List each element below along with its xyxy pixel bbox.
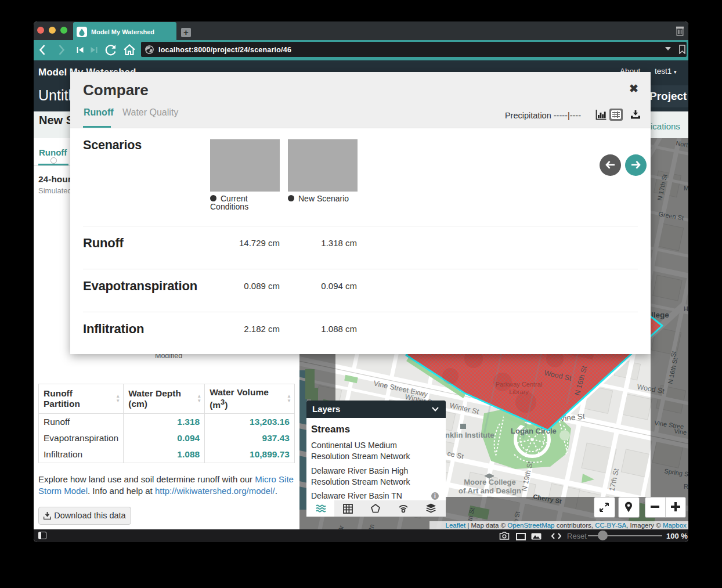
svg-text:Library: Library [509,388,529,395]
svg-text:M: M [684,185,688,192]
svg-text:llege: llege [651,311,669,319]
svg-text:H: H [684,305,688,312]
svg-text:of Art and Design: of Art and Design [459,486,521,495]
svg-text:Moore College: Moore College [464,478,516,486]
svg-text:Parkway Central: Parkway Central [496,381,543,388]
svg-text:nklin Institute: nklin Institute [445,431,494,439]
svg-text:Ra: Ra [684,483,688,490]
